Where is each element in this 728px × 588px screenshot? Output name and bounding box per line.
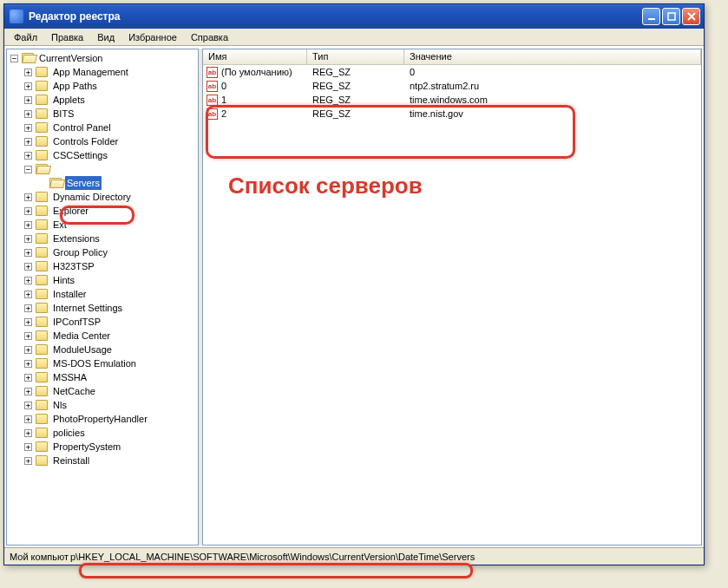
value-name: 1 [221, 95, 226, 105]
expand-icon[interactable]: + [24, 193, 32, 201]
expand-icon[interactable]: + [24, 110, 32, 118]
expand-icon[interactable]: + [24, 346, 32, 354]
expand-icon[interactable]: + [24, 277, 32, 284]
tree-node[interactable]: +policies [9, 426, 196, 440]
expand-icon[interactable]: + [24, 388, 32, 395]
list-row[interactable]: ab2REG_SZtime.nist.gov [203, 107, 701, 121]
value-data: time.nist.gov [404, 108, 701, 119]
menu-help[interactable]: Справка [185, 30, 234, 44]
tree-node[interactable]: +Dynamic Directory [9, 190, 196, 204]
folder-icon [36, 344, 48, 355]
tree-node[interactable]: +CSCSettings [9, 148, 196, 162]
tree-node-label: App Paths [51, 79, 99, 93]
tree-node[interactable]: +MS-DOS Emulation [9, 356, 196, 370]
statusbar: Мой компьют p\HKEY_LOCAL_MACHINE\SOFTWAR… [4, 547, 704, 565]
expand-icon[interactable]: + [24, 402, 32, 409]
tree-node[interactable]: +PhotoPropertyHandler [9, 412, 196, 426]
expand-icon[interactable]: + [24, 138, 32, 146]
tree-node[interactable]: +IPConfTSP [9, 315, 196, 329]
tree-node-label: BITS [51, 107, 75, 121]
expand-icon[interactable]: + [24, 332, 32, 340]
value-data: time.windows.com [404, 95, 701, 105]
tree-node[interactable]: +Installer [9, 287, 196, 301]
value-name: (По умолчанию) [221, 67, 292, 77]
expand-icon[interactable]: + [24, 457, 32, 465]
menu-edit[interactable]: Правка [45, 30, 89, 44]
tree-node-servers[interactable]: Servers [9, 176, 196, 190]
tree-node[interactable]: +Group Policy [9, 245, 196, 259]
client-area: − CurrentVersion +App Management+App Pat… [4, 46, 704, 547]
value-name: 2 [221, 108, 226, 119]
expand-icon[interactable]: + [24, 124, 32, 132]
tree-node-label: CSCSettings [51, 148, 109, 162]
minimize-button[interactable] [642, 8, 660, 25]
folder-icon [36, 317, 48, 327]
maximize-button[interactable] [662, 8, 680, 25]
expand-icon[interactable]: + [24, 415, 32, 423]
tree-node[interactable]: +Internet Settings [9, 301, 196, 315]
tree-node[interactable]: +ModuleUsage [9, 343, 196, 356]
expand-icon[interactable]: + [24, 304, 32, 312]
svg-rect-0 [648, 18, 655, 20]
tree-node-label: Nls [51, 398, 69, 412]
expand-icon[interactable]: + [24, 96, 32, 104]
expand-icon[interactable]: + [24, 429, 32, 437]
expand-icon[interactable]: + [24, 207, 32, 215]
tree-pane[interactable]: − CurrentVersion +App Management+App Pat… [6, 49, 199, 546]
tree-node[interactable]: +Hints [9, 273, 196, 287]
expand-icon[interactable]: + [24, 443, 32, 451]
expand-icon[interactable]: + [24, 152, 32, 160]
expand-icon[interactable]: + [24, 374, 32, 382]
expand-icon[interactable]: + [24, 235, 32, 243]
expand-icon[interactable]: + [24, 69, 32, 76]
expand-icon[interactable]: + [24, 221, 32, 229]
tree-node[interactable]: +Explorer [9, 204, 196, 218]
tree-node-label: NetCache [51, 384, 97, 398]
folder-icon [36, 330, 48, 341]
column-type[interactable]: Тип [307, 49, 404, 64]
tree-node[interactable]: +MSSHA [9, 370, 196, 384]
column-name[interactable]: Имя [203, 49, 307, 64]
registry-editor-window: Редактор реестра Файл Правка Вид Избранн… [3, 3, 705, 565]
tree-node[interactable]: +Reinstall [9, 454, 196, 467]
titlebar[interactable]: Редактор реестра [4, 4, 704, 29]
expand-icon[interactable]: + [24, 82, 32, 90]
tree-node[interactable]: +Media Center [9, 329, 196, 343]
menu-view[interactable]: Вид [91, 30, 121, 44]
list-pane[interactable]: Имя Тип Значение ab (По умолчанию) REG_S… [202, 49, 702, 546]
tree-node[interactable]: +App Paths [9, 79, 196, 93]
tree-node-root[interactable]: − CurrentVersion [9, 51, 196, 65]
tree-node[interactable]: +App Management [9, 65, 196, 79]
expand-icon[interactable]: + [24, 291, 32, 298]
string-value-icon: ab [207, 67, 218, 78]
tree-node[interactable]: +Applets [9, 93, 196, 107]
window-title: Редактор реестра [29, 10, 642, 23]
expand-icon[interactable]: + [24, 360, 32, 368]
tree-node[interactable]: +PropertySystem [9, 440, 196, 454]
string-value-icon: ab [207, 81, 218, 92]
list-row[interactable]: ab1REG_SZtime.windows.com [203, 93, 701, 107]
expand-icon[interactable]: + [24, 263, 32, 271]
expand-icon[interactable]: + [24, 249, 32, 257]
tree-node[interactable]: +NetCache [9, 384, 196, 398]
tree-node-datetime[interactable]: − DateTime [9, 162, 196, 176]
tree-node[interactable]: +Nls [9, 398, 196, 412]
tree-node[interactable]: +Control Panel [9, 121, 196, 134]
value-name: 0 [221, 81, 226, 91]
folder-icon [36, 219, 48, 230]
tree-node[interactable]: +Extensions [9, 232, 196, 245]
menu-favorites[interactable]: Избранное [122, 30, 183, 44]
list-row[interactable]: ab0REG_SZntp2.stratum2.ru [203, 79, 701, 93]
close-button[interactable] [682, 8, 700, 25]
collapse-icon[interactable]: − [24, 166, 32, 173]
tree-node[interactable]: +Controls Folder [9, 134, 196, 148]
tree-node[interactable]: +Ext [9, 218, 196, 232]
column-value[interactable]: Значение [404, 49, 701, 64]
expand-icon[interactable]: + [24, 318, 32, 326]
tree-node[interactable]: +BITS [9, 107, 196, 121]
tree-node-label: Ext [51, 218, 69, 232]
collapse-icon[interactable]: − [10, 55, 18, 62]
menu-file[interactable]: Файл [8, 30, 43, 44]
list-row-default[interactable]: ab (По умолчанию) REG_SZ 0 [203, 65, 701, 79]
tree-node[interactable]: +H323TSP [9, 259, 196, 273]
